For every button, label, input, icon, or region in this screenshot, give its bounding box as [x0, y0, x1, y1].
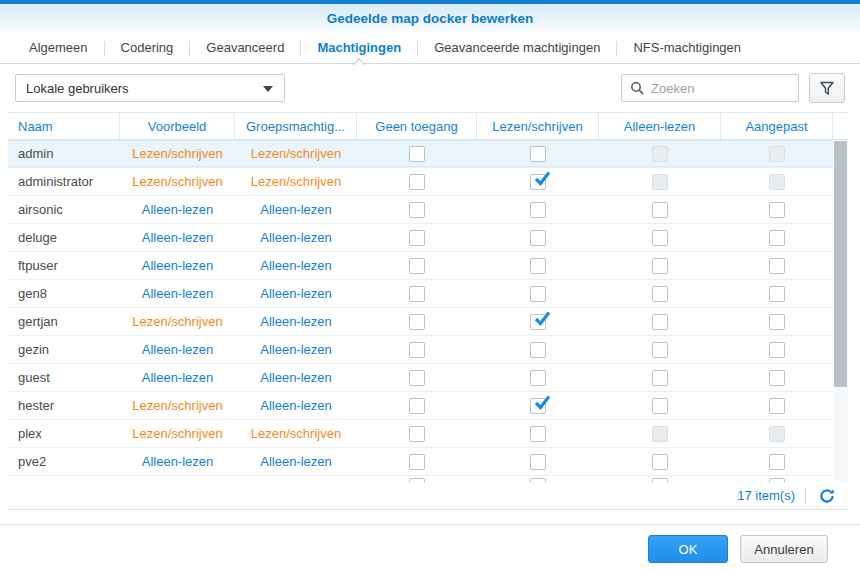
column-header-7[interactable]: Aangepast [721, 113, 833, 139]
table-row[interactable]: administratorLezen/schrijvenLezen/schrij… [8, 168, 833, 196]
tab-algemeen[interactable]: Algemeen [13, 33, 104, 63]
alleen-lezen-checkbox[interactable] [652, 454, 668, 470]
user-name-cell: admin [8, 140, 120, 167]
lezen-schrijven-checkbox[interactable] [530, 230, 546, 246]
ok-button[interactable]: OK [648, 535, 728, 563]
alleen-lezen-checkbox[interactable] [652, 314, 668, 330]
aangepast-checkbox[interactable] [769, 258, 785, 274]
voorbeeld-cell [120, 476, 235, 482]
geen-toegang-checkbox[interactable] [409, 202, 425, 218]
aangepast-checkbox[interactable] [769, 342, 785, 358]
table-row[interactable]: hesterLezen/schrijvenAlleen-lezen [8, 392, 833, 420]
user-name-cell: gen8 [8, 280, 120, 307]
checkbox[interactable] [409, 478, 425, 482]
tab-geavanceerde-machtigingen[interactable]: Geavanceerde machtigingen [418, 33, 616, 63]
geen-toegang-checkbox[interactable] [409, 258, 425, 274]
checkbox[interactable] [769, 478, 785, 482]
table-row[interactable]: ftpuserAlleen-lezenAlleen-lezen [8, 252, 833, 280]
checkbox-cell [357, 336, 477, 363]
aangepast-checkbox[interactable] [769, 454, 785, 470]
column-header-4[interactable]: Geen toegang [357, 113, 477, 139]
alleen-lezen-checkbox[interactable] [652, 398, 668, 414]
tab-geavanceerd[interactable]: Geavanceerd [190, 33, 300, 63]
column-header-6[interactable]: Alleen-lezen [599, 113, 721, 139]
table-row[interactable]: airsonicAlleen-lezenAlleen-lezen [8, 196, 833, 224]
geen-toegang-checkbox[interactable] [409, 174, 425, 190]
voorbeeld-value: Lezen/schrijven [132, 146, 222, 161]
scrollbar-thumb[interactable] [834, 141, 847, 387]
geen-toegang-checkbox[interactable] [409, 370, 425, 386]
alleen-lezen-checkbox[interactable] [652, 258, 668, 274]
alleen-lezen-checkbox[interactable] [652, 202, 668, 218]
search-box[interactable] [621, 74, 799, 102]
lezen-schrijven-checkbox[interactable] [530, 174, 546, 190]
refresh-button[interactable] [816, 485, 838, 507]
user-name-cell: gertjan [8, 308, 120, 335]
user-scope-dropdown[interactable]: Lokale gebruikers [15, 74, 285, 102]
geen-toegang-checkbox[interactable] [409, 426, 425, 442]
voorbeeld-value: Alleen-lezen [142, 286, 214, 301]
voorbeeld-value: Alleen-lezen [142, 342, 214, 357]
check-icon [532, 169, 552, 189]
filter-button[interactable] [809, 73, 845, 103]
lezen-schrijven-checkbox[interactable] [530, 314, 546, 330]
checkbox[interactable] [530, 478, 546, 482]
alleen-lezen-checkbox[interactable] [652, 230, 668, 246]
lezen-schrijven-checkbox[interactable] [530, 146, 546, 162]
geen-toegang-checkbox[interactable] [409, 230, 425, 246]
lezen-schrijven-checkbox[interactable] [530, 454, 546, 470]
aangepast-checkbox[interactable] [769, 286, 785, 302]
aangepast-checkbox[interactable] [769, 202, 785, 218]
lezen-schrijven-checkbox[interactable] [530, 258, 546, 274]
item-count: 17 item(s) [737, 488, 795, 503]
geen-toegang-checkbox[interactable] [409, 314, 425, 330]
geen-toegang-checkbox[interactable] [409, 342, 425, 358]
aangepast-checkbox[interactable] [769, 370, 785, 386]
groepsmachtiging-cell: Alleen-lezen [235, 448, 357, 475]
groepsmachtiging-cell: Lezen/schrijven [235, 420, 357, 447]
lezen-schrijven-checkbox[interactable] [530, 370, 546, 386]
lezen-schrijven-checkbox[interactable] [530, 398, 546, 414]
checkbox-cell [721, 308, 833, 335]
column-header-5[interactable]: Lezen/schrijven [477, 113, 599, 139]
table-row[interactable]: delugeAlleen-lezenAlleen-lezen [8, 224, 833, 252]
geen-toegang-checkbox[interactable] [409, 146, 425, 162]
tab-machtigingen[interactable]: Machtigingen [301, 33, 417, 63]
geen-toegang-checkbox[interactable] [409, 286, 425, 302]
geen-toegang-checkbox[interactable] [409, 398, 425, 414]
checkbox-cell [599, 168, 721, 195]
checkbox-cell [721, 364, 833, 391]
cancel-button[interactable]: Annuleren [740, 535, 828, 563]
lezen-schrijven-checkbox[interactable] [530, 342, 546, 358]
tab-codering[interactable]: Codering [105, 33, 190, 63]
table-row[interactable]: adminLezen/schrijvenLezen/schrijven [8, 140, 833, 168]
table-row[interactable]: gezinAlleen-lezenAlleen-lezen [8, 336, 833, 364]
lezen-schrijven-checkbox[interactable] [530, 202, 546, 218]
alleen-lezen-checkbox[interactable] [652, 370, 668, 386]
table-row[interactable]: gertjanLezen/schrijvenAlleen-lezen [8, 308, 833, 336]
table-row-partial[interactable] [8, 476, 833, 482]
column-header-2[interactable]: Voorbeeld [120, 113, 235, 139]
lezen-schrijven-checkbox[interactable] [530, 426, 546, 442]
tab-nfs-machtigingen[interactable]: NFS-machtigingen [617, 33, 757, 63]
table-row[interactable]: guestAlleen-lezenAlleen-lezen [8, 364, 833, 392]
table-row[interactable]: pve2Alleen-lezenAlleen-lezen [8, 448, 833, 476]
search-input[interactable] [651, 81, 781, 96]
alleen-lezen-checkbox[interactable] [652, 286, 668, 302]
table-row[interactable]: gen8Alleen-lezenAlleen-lezen [8, 280, 833, 308]
checkbox[interactable] [652, 478, 668, 482]
aangepast-checkbox[interactable] [769, 230, 785, 246]
groepsmachtiging-value: Alleen-lezen [260, 314, 332, 329]
checkbox-cell [477, 420, 599, 447]
geen-toegang-checkbox[interactable] [409, 454, 425, 470]
aangepast-checkbox[interactable] [769, 314, 785, 330]
alleen-lezen-checkbox[interactable] [652, 342, 668, 358]
table-header: NaamVoorbeeldGroepsmachtig...Geen toegan… [8, 112, 848, 140]
column-header-3[interactable]: Groepsmachtig... [235, 113, 357, 139]
table-row[interactable]: plexLezen/schrijvenLezen/schrijven [8, 420, 833, 448]
lezen-schrijven-checkbox[interactable] [530, 286, 546, 302]
checkbox-cell [357, 252, 477, 279]
vertical-scrollbar[interactable] [833, 141, 848, 481]
aangepast-checkbox[interactable] [769, 398, 785, 414]
column-header-1[interactable]: Naam [8, 113, 120, 139]
